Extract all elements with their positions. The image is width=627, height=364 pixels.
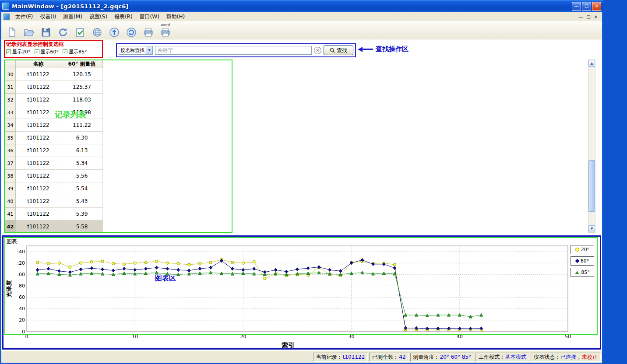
record-value[interactable]: 5.56 xyxy=(61,170,103,182)
circle-marker-icon xyxy=(575,248,579,252)
scroll-up-button[interactable]: ▲ xyxy=(588,60,595,67)
table-row[interactable]: 36t1011226.13 xyxy=(5,144,103,157)
svg-text:光泽度: 光泽度 xyxy=(6,280,12,298)
record-name[interactable]: t101122 xyxy=(16,170,61,182)
record-value[interactable]: 111.22 xyxy=(61,119,103,132)
header-row-number xyxy=(5,60,16,68)
show-20-checkbox[interactable]: ✓ 显示20° xyxy=(6,49,31,55)
record-value[interactable]: 125.37 xyxy=(61,81,103,94)
scroll-down-button[interactable]: ▼ xyxy=(588,225,595,232)
close-button[interactable]: × xyxy=(592,2,601,11)
table-row-selected[interactable]: 42t1011225.58 xyxy=(5,220,103,233)
row-number[interactable]: 36 xyxy=(5,144,16,157)
table-row[interactable]: 35t1011226.30 xyxy=(5,132,103,144)
mdi-restore-button[interactable]: □ xyxy=(586,14,590,19)
clear-icon: × xyxy=(316,48,320,52)
row-number[interactable]: 41 xyxy=(5,208,16,220)
search-mode-select[interactable]: 按名称查找 ▼ xyxy=(119,46,153,55)
header-name: 名称 xyxy=(16,60,61,68)
print-button[interactable] xyxy=(141,23,155,39)
title-bar[interactable]: MainWindow - [g20151112_2.gqc6] — □ × xyxy=(0,0,603,12)
left-arrow-icon xyxy=(358,47,363,52)
new-file-icon xyxy=(7,27,17,38)
find-button[interactable]: 查找 xyxy=(324,46,353,55)
mdi-close-button[interactable]: × xyxy=(594,14,598,19)
minimize-button[interactable]: — xyxy=(572,2,581,11)
keyword-input[interactable] xyxy=(155,46,312,55)
record-table-panel: 名称 60° 测量值 30t101122120.15 31t101122125.… xyxy=(1,59,602,234)
clear-search-button[interactable]: × xyxy=(314,47,321,54)
menu-settings[interactable]: 设置(S) xyxy=(86,12,111,21)
menu-window[interactable]: 窗口(W) xyxy=(136,12,163,21)
row-number[interactable]: 40 xyxy=(5,195,16,208)
row-number[interactable]: 34 xyxy=(5,119,16,132)
record-name[interactable]: t101122 xyxy=(16,144,61,157)
row-number[interactable]: 38 xyxy=(5,170,16,182)
table-row[interactable]: 34t101122111.22 xyxy=(5,119,103,132)
menu-file[interactable]: 文件(F) xyxy=(12,12,36,21)
table-row[interactable]: 30t101122120.15 xyxy=(5,68,103,81)
printer-icon xyxy=(143,27,154,38)
status-work-mode: 工作模式： 基本模式 xyxy=(476,353,529,362)
table-row[interactable]: 31t101122125.37 xyxy=(5,81,103,94)
menu-measure[interactable]: 测量(M) xyxy=(60,12,86,21)
table-header-row: 名称 60° 测量值 xyxy=(5,60,103,68)
row-number[interactable]: 37 xyxy=(5,157,16,170)
record-name[interactable]: t101122 xyxy=(16,106,61,119)
record-name[interactable]: t101122 xyxy=(16,119,61,132)
table-row[interactable]: 41t1011225.39 xyxy=(5,208,103,220)
open-file-button[interactable] xyxy=(22,23,36,39)
record-value[interactable]: 120.15 xyxy=(61,68,103,81)
table-row[interactable]: 33t101122117.98 xyxy=(5,106,103,119)
new-file-button[interactable] xyxy=(5,23,19,39)
table-row[interactable]: 40t1011225.43 xyxy=(5,195,103,208)
record-value[interactable]: 5.54 xyxy=(61,182,103,195)
record-value[interactable]: 5.39 xyxy=(61,208,103,220)
mdi-minimize-button[interactable]: — xyxy=(578,14,583,19)
record-name[interactable]: t101122 xyxy=(16,94,61,106)
print-word-button[interactable]: word xyxy=(159,23,173,39)
record-value[interactable]: 5.58 xyxy=(61,220,103,233)
row-number[interactable]: 32 xyxy=(5,94,16,106)
record-name[interactable]: t101122 xyxy=(16,182,61,195)
menu-report[interactable]: 报表(R) xyxy=(111,12,136,21)
record-name[interactable]: t101122 xyxy=(16,195,61,208)
upload-button[interactable] xyxy=(107,23,121,39)
scrollbar-thumb[interactable] xyxy=(588,160,595,212)
record-value[interactable]: 5.34 xyxy=(61,157,103,170)
record-name[interactable]: t101122 xyxy=(16,220,61,233)
record-name[interactable]: t101122 xyxy=(16,68,61,81)
table-row[interactable]: 39t1011225.54 xyxy=(5,182,103,195)
record-name[interactable]: t101122 xyxy=(16,132,61,144)
menu-help[interactable]: 帮助(H) xyxy=(163,12,188,21)
show-85-checkbox[interactable]: ✓ 显示85° xyxy=(63,49,87,55)
table-row[interactable]: 32t101122118.03 xyxy=(5,94,103,106)
apply-button[interactable] xyxy=(73,23,87,39)
table-row[interactable]: 38t1011225.56 xyxy=(5,170,103,182)
record-value[interactable]: 118.03 xyxy=(61,94,103,106)
refresh-button[interactable] xyxy=(56,23,70,39)
sync-button[interactable] xyxy=(124,23,138,39)
record-value[interactable]: 6.30 xyxy=(61,132,103,144)
status-device-state: 仪器状态： 已连接， 未校正 xyxy=(531,353,601,362)
show-85-label: 显示85° xyxy=(69,49,87,55)
row-number[interactable]: 42 xyxy=(5,220,16,233)
show-60-checkbox[interactable]: ✓ 显示60° xyxy=(35,49,59,55)
menu-instrument[interactable]: 仪器(I) xyxy=(36,12,60,21)
row-number[interactable]: 31 xyxy=(5,81,16,94)
row-number[interactable]: 39 xyxy=(5,182,16,195)
record-name[interactable]: t101122 xyxy=(16,208,61,220)
record-value[interactable]: 6.13 xyxy=(61,144,103,157)
row-number[interactable]: 33 xyxy=(5,106,16,119)
table-scrollbar[interactable]: ▲ ▼ xyxy=(588,60,595,233)
table-row[interactable]: 37t1011225.34 xyxy=(5,157,103,170)
save-button[interactable] xyxy=(39,23,53,39)
record-value[interactable]: 5.43 xyxy=(61,195,103,208)
maximize-button[interactable]: □ xyxy=(582,2,591,11)
chevron-down-icon[interactable]: ▼ xyxy=(146,46,152,54)
record-name[interactable]: t101122 xyxy=(16,81,61,94)
record-name[interactable]: t101122 xyxy=(16,157,61,170)
row-number[interactable]: 35 xyxy=(5,132,16,144)
row-number[interactable]: 30 xyxy=(5,68,16,81)
network-button[interactable] xyxy=(90,23,104,39)
